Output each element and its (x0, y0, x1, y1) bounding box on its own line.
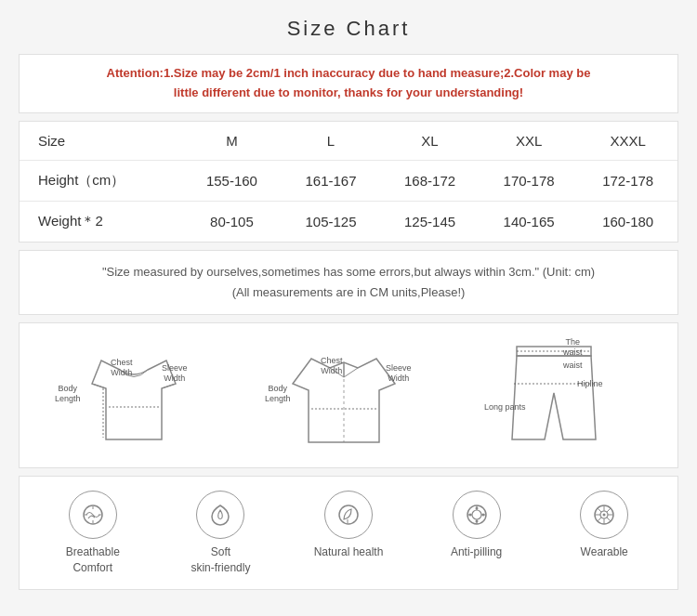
natural-icon (324, 491, 373, 539)
svg-point-17 (472, 510, 481, 519)
natural-label: Natural health (314, 544, 384, 560)
pants-svg (503, 337, 605, 449)
soft-svg (206, 501, 234, 529)
attention-line1: Attention:1.Size may be 2cm/1 inch inacc… (107, 66, 591, 80)
shirt-sleeve-width-label: SleeveWidth (386, 363, 412, 384)
shirt-diagram: BodyLength ChestWidth SleeveWidth (265, 337, 432, 458)
col-xl: XL (380, 122, 480, 161)
row-height-xl: 168-172 (380, 160, 480, 201)
size-table: Size M L XL XXL XXXL Height（cm） 155-160 … (20, 122, 677, 242)
row-weight-m: 80-105 (182, 201, 282, 242)
col-m: M (182, 122, 282, 161)
soft-icon (196, 491, 244, 539)
feature-breathable: BreathableComfort (37, 491, 149, 576)
body-length-label: BodyLength (55, 384, 81, 404)
svg-line-1 (162, 384, 176, 388)
row-weight-xxl: 140-165 (480, 201, 579, 242)
feature-antipilling: Anti-pilling (421, 491, 533, 560)
antipilling-label: Anti-pilling (451, 544, 502, 560)
svg-point-24 (468, 513, 471, 516)
diagrams-section: BodyLength ChestWidth SleeveWidth BodyLe (19, 322, 678, 468)
svg-line-34 (607, 518, 611, 521)
row-weight-xxxl: 160-180 (578, 201, 677, 242)
features-section: BreathableComfort Softskin-friendly Natu… (19, 476, 678, 591)
waist-label: waist (563, 360, 583, 371)
svg-line-35 (607, 508, 611, 512)
col-size: Size (20, 122, 182, 161)
natural-svg (335, 501, 362, 529)
row-weight-xl: 125-145 (380, 201, 480, 242)
soft-label: Softskin-friendly (191, 544, 250, 576)
col-xxxl: XXXL (578, 122, 677, 161)
feature-natural: Natural health (293, 491, 404, 560)
hipline-label: Hipline (577, 379, 603, 389)
breathable-icon (69, 491, 117, 539)
table-row: Weight＊2 80-105 105-125 125-145 140-165 … (20, 201, 677, 242)
the-waist-label: Thewaist (563, 337, 583, 358)
svg-point-23 (481, 513, 484, 516)
shirt-svg (288, 342, 400, 453)
attention-box: Attention:1.Size may be 2cm/1 inch inacc… (19, 54, 678, 113)
sweater-diagram: BodyLength ChestWidth SleeveWidth (55, 337, 213, 458)
wearable-icon (580, 491, 628, 539)
size-table-section: Size M L XL XXL XXXL Height（cm） 155-160 … (19, 121, 678, 242)
wearable-svg (590, 501, 618, 529)
row-height-label: Height（cm） (20, 160, 182, 201)
shirt-body-length-label: BodyLength (265, 384, 291, 404)
wearable-label: Wearable (581, 544, 628, 560)
row-weight-l: 105-125 (282, 201, 381, 242)
breathable-svg (79, 501, 107, 529)
svg-line-33 (598, 508, 601, 512)
svg-point-14 (339, 505, 358, 524)
antipilling-svg (463, 501, 491, 529)
antipilling-icon (453, 491, 501, 539)
page: Size Chart Attention:1.Size may be 2cm/1… (0, 0, 697, 616)
feature-soft: Softskin-friendly (164, 491, 276, 576)
col-xxl: XXL (480, 122, 579, 161)
row-height-xxxl: 172-178 (578, 160, 677, 201)
breathable-label: BreathableComfort (66, 544, 120, 576)
svg-line-0 (92, 384, 106, 388)
shirt-chest-width-label: ChestWidth (321, 356, 343, 376)
table-row: Height（cm） 155-160 161-167 168-172 170-1… (20, 160, 677, 201)
sleeve-width-label: SleeveWidth (162, 363, 188, 384)
chest-width-label: ChestWidth (111, 358, 133, 378)
attention-line2: little different due to monitor, thanks … (174, 85, 523, 99)
measurement-note-line1: "Size measured by ourselves,sometimes ha… (38, 262, 659, 282)
svg-point-28 (603, 513, 606, 516)
feature-wearable: Wearable (548, 491, 660, 560)
svg-point-25 (475, 519, 478, 522)
pants-diagram: Thewaist waist Hipline Long pants (484, 337, 642, 458)
title-section: Size Chart (19, 9, 678, 46)
col-l: L (282, 122, 381, 161)
row-height-m: 155-160 (182, 160, 282, 201)
row-height-l: 161-167 (282, 160, 381, 201)
page-title: Size Chart (19, 17, 678, 41)
table-header-row: Size M L XL XXL XXXL (20, 122, 677, 161)
sweater-svg (83, 342, 185, 453)
measurement-note: "Size measured by ourselves,sometimes ha… (19, 250, 678, 315)
long-pants-label: Long pants (484, 402, 526, 413)
row-weight-label: Weight＊2 (20, 201, 182, 242)
row-height-xxl: 170-178 (480, 160, 579, 201)
svg-point-22 (475, 506, 478, 509)
svg-line-36 (598, 518, 601, 521)
measurement-note-line2: (All measurements are in CM units,Please… (38, 282, 659, 303)
